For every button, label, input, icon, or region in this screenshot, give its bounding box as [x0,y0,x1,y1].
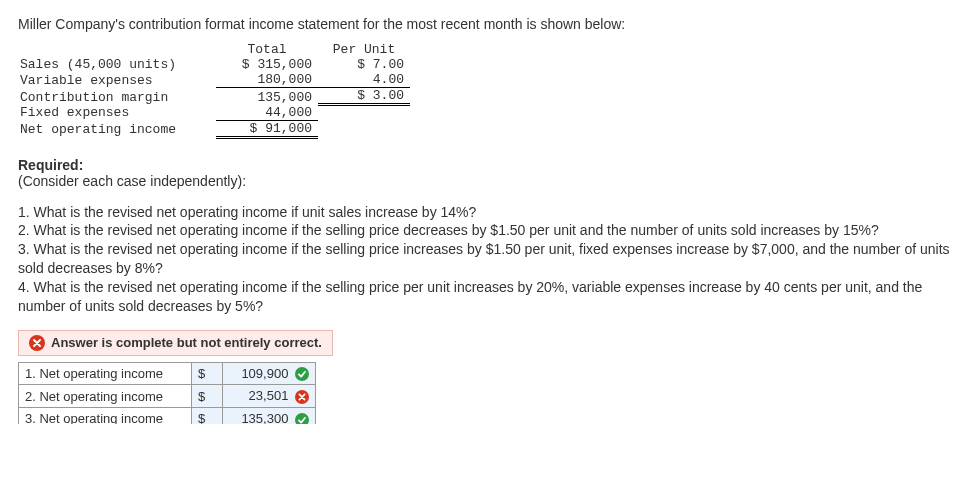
answer-3-label: 3. Net operating income [19,407,192,423]
row-fixed-label: Fixed expenses [18,105,216,121]
table-row: 1. Net operating income $ 109,900 [19,362,316,385]
error-icon [295,390,309,404]
row-sales-label: Sales (45,000 units) [18,57,216,72]
table-row: 3. Net operating income $ 135,300 [19,407,316,423]
intro-text: Miller Company's contribution format inc… [18,16,952,32]
question-2: 2. What is the revised net operating inc… [18,221,952,240]
row-cm-unit: $ 3.00 [318,88,410,105]
row-fixed-total: 44,000 [216,105,318,121]
row-sales-unit: $ 7.00 [318,57,410,72]
row-varexp-total: 180,000 [216,72,318,88]
question-3: 3. What is the revised net operating inc… [18,240,952,278]
table-row: 2. Net operating income $ 23,501 [19,385,316,408]
required-label: Required: [18,157,952,173]
col-header-per-unit: Per Unit [318,42,410,57]
row-varexp-label: Variable expenses [18,72,216,88]
feedback-banner: Answer is complete but not entirely corr… [18,330,333,356]
consider-text: (Consider each case independently): [18,173,952,189]
income-statement-table: Total Per Unit Sales (45,000 units) $ 31… [18,42,410,139]
answer-2-label: 2. Net operating income [19,385,192,408]
row-noi-label: Net operating income [18,120,216,137]
question-4: 4. What is the revised net operating inc… [18,278,952,316]
svg-point-1 [295,367,309,381]
error-icon [29,335,45,351]
row-sales-total: $ 315,000 [216,57,318,72]
answer-1-label: 1. Net operating income [19,362,192,385]
check-icon [295,413,309,424]
answer-3-value[interactable]: 135,300 [223,407,316,423]
answer-1-currency[interactable]: $ [192,362,223,385]
answer-1-value[interactable]: 109,900 [223,362,316,385]
question-1: 1. What is the revised net operating inc… [18,203,952,222]
col-header-total: Total [216,42,318,57]
check-icon [295,367,309,381]
answer-2-value[interactable]: 23,501 [223,385,316,408]
questions-block: 1. What is the revised net operating inc… [18,203,952,316]
answer-2-currency[interactable]: $ [192,385,223,408]
answer-3-currency[interactable]: $ [192,407,223,423]
feedback-text: Answer is complete but not entirely corr… [51,335,322,350]
row-cm-total: 135,000 [216,88,318,105]
answers-table: 1. Net operating income $ 109,900 2. Net… [18,362,316,424]
row-noi-total: $ 91,000 [216,120,318,137]
row-cm-label: Contribution margin [18,88,216,105]
row-varexp-unit: 4.00 [318,72,410,88]
